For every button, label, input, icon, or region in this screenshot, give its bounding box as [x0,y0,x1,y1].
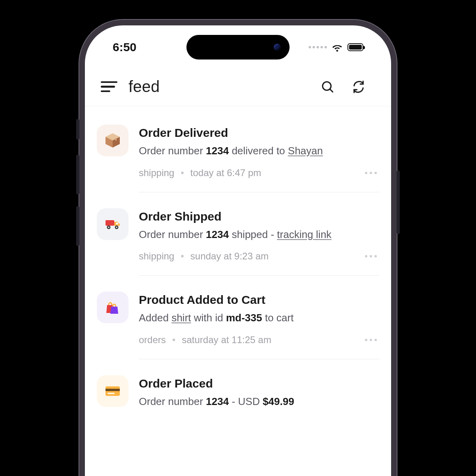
feed-item-title: Order Delivered [139,126,379,140]
feed-item-time: saturday at 11:25 am [182,334,271,345]
feed-item-meta: orders•saturday at 11:25 am [139,334,379,345]
shopping-bags-icon [97,292,129,323]
feed-item-underline-link[interactable]: Shayan [288,145,323,157]
refresh-icon[interactable] [350,78,367,96]
more-icon[interactable] [363,169,379,177]
feed-item-content: Product Added to CartAdded shirt with id… [139,290,379,345]
phone-screen: 6:50 feed [85,25,391,476]
feed-item[interactable]: Order ShippedOrder number 1234 shipped -… [97,197,379,269]
feed-item-bold: 1234 [206,228,229,240]
front-camera [274,44,281,51]
feed-item-bold: md-335 [226,312,262,324]
feed-item-time: today at 6:47 pm [190,167,261,178]
app-header: feed [85,69,391,106]
feed-item-title: Order Shipped [139,210,379,223]
cellular-dots-icon [309,46,327,48]
feed-item-content: Order ShippedOrder number 1234 shipped -… [139,207,379,262]
wifi-icon [332,43,343,52]
phone-volume-up [76,155,79,194]
phone-frame: 6:50 feed [79,20,397,476]
phone-side-button [76,119,79,140]
feed-item-meta: shipping•sunday at 9:23 am [139,251,379,262]
bullet-icon: • [180,167,184,178]
phone-power-button [397,171,400,234]
feed-item-description: Order number 1234 - USD $49.99 [139,394,379,409]
feed-item-meta: shipping•today at 6:47 pm [139,167,379,178]
status-time: 6:50 [113,40,136,54]
search-icon[interactable] [319,78,336,96]
truck-icon [97,208,129,240]
more-icon[interactable] [363,253,379,260]
package-icon [97,125,129,156]
menu-icon[interactable] [101,81,117,92]
feed-item-time: sunday at 9:23 am [190,251,269,262]
feed-item-category: orders [139,334,166,345]
feed-item-category: shipping [139,167,174,178]
svg-line-1 [330,89,333,92]
feed-item-bold: $49.99 [263,395,294,407]
feed-item-title: Product Added to Cart [139,293,379,307]
bullet-icon: • [172,334,175,345]
page-title: feed [129,78,160,96]
feed-item-description: Added shirt with id md-335 to cart [139,311,379,326]
feed-item-description: Order number 1234 delivered to Shayan [139,144,379,159]
battery-icon [347,43,363,51]
phone-volume-down [76,206,79,246]
feed-list[interactable]: Order DeliveredOrder number 1234 deliver… [85,106,391,416]
feed-item-content: Order DeliveredOrder number 1234 deliver… [139,123,379,178]
separator [139,359,379,359]
feed-item-title: Order Placed [139,377,379,390]
feed-item-bold: 1234 [206,395,229,407]
separator [139,275,379,276]
feed-item-content: Order PlacedOrder number 1234 - USD $49.… [139,374,379,409]
dynamic-island [186,35,290,60]
feed-item-category: shipping [139,251,174,262]
feed-item-description: Order number 1234 shipped - tracking lin… [139,227,379,242]
credit-card-icon [97,375,129,407]
feed-item[interactable]: Order DeliveredOrder number 1234 deliver… [97,113,379,185]
separator [139,192,379,192]
feed-item[interactable]: Order PlacedOrder number 1234 - USD $49.… [97,364,379,416]
bullet-icon: • [180,251,184,262]
feed-item-underline-link[interactable]: tracking link [277,228,331,240]
feed-item[interactable]: Product Added to CartAdded shirt with id… [97,280,379,352]
feed-item-underline-link[interactable]: shirt [171,312,191,324]
feed-item-bold: 1234 [206,145,229,157]
more-icon[interactable] [363,336,379,344]
